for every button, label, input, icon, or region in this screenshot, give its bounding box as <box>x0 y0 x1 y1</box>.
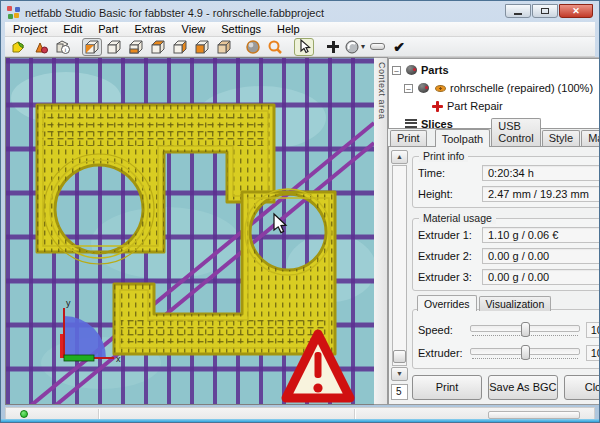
status-ready-icon <box>20 410 28 418</box>
view-cube-bottom-icon <box>194 39 210 55</box>
view-left-button[interactable] <box>126 38 146 56</box>
add-part-icon <box>327 41 339 53</box>
extruder-slider[interactable] <box>470 345 580 361</box>
tab-style[interactable]: Style <box>542 130 580 146</box>
speed-slider-thumb[interactable] <box>521 322 530 337</box>
app-window: netfabb Studio Basic for fabbster 4.9 - … <box>0 0 600 423</box>
scrollbar-track[interactable] <box>392 165 407 366</box>
extruder-value: 100% <box>586 345 600 361</box>
menu-help[interactable]: Help <box>269 23 308 35</box>
status-divider <box>98 409 99 419</box>
parts-group-icon <box>404 64 418 76</box>
print-info-group: Print info Time: 0:20:34 h Height: 2.47 … <box>412 156 600 208</box>
repair-cross-icon <box>430 100 444 112</box>
part-sphere-icon <box>416 82 430 94</box>
eye-icon[interactable] <box>433 82 447 94</box>
apply-button[interactable]: ✔ <box>389 38 409 56</box>
extruder1-value: 1.10 g / 0.06 € <box>482 227 600 243</box>
select-cursor-icon <box>297 39 311 54</box>
close-icon: ✕ <box>572 6 580 16</box>
tab-toolpath[interactable]: Toolpath <box>435 129 491 147</box>
context-area-label: Context area <box>374 58 387 120</box>
height-label: Height: <box>418 188 482 200</box>
view-cube-back-icon <box>106 39 122 55</box>
view-cube-left-icon <box>128 39 144 55</box>
minimize-icon <box>514 13 522 15</box>
right-panel: – Parts – rohrschelle (repaired) (100%) … <box>388 57 600 405</box>
panel-tabs: Print Toolpath USB Control Style Machine <box>388 129 600 146</box>
view-bottom-button[interactable] <box>192 38 212 56</box>
close-button[interactable]: ✕ <box>559 4 593 18</box>
view-cube-front-icon <box>84 39 100 55</box>
slice-time-button[interactable]: i <box>53 38 73 56</box>
add-part-button[interactable] <box>323 38 343 56</box>
svg-text:i: i <box>65 47 66 53</box>
parts-button[interactable] <box>31 38 51 56</box>
zoom-button[interactable] <box>265 38 285 56</box>
menu-bar: Project Edit Part Extras View Settings H… <box>5 22 595 37</box>
view-right-button[interactable] <box>148 38 168 56</box>
extruder2-label: Extruder 2: <box>418 250 482 262</box>
toolpath-scene: y x <box>6 58 374 404</box>
time-label: Time: <box>418 167 482 179</box>
overrides-panel: Overrides Visualization Speed: 100% <box>412 309 600 369</box>
tab-machine[interactable]: Machine <box>581 130 600 146</box>
menu-project[interactable]: Project <box>5 23 55 35</box>
extruder2-value: 0.00 g / 0.00 <box>482 248 600 264</box>
minimize-button[interactable] <box>505 4 531 18</box>
title-bar: netfabb Studio Basic for fabbster 4.9 - … <box>1 1 599 22</box>
tree-row-parts[interactable]: – Parts <box>389 61 600 79</box>
parts-icon <box>33 39 49 55</box>
slices-icon <box>404 118 418 129</box>
extruder3-label: Extruder 3: <box>418 271 482 283</box>
menu-edit[interactable]: Edit <box>55 23 90 35</box>
main-area: y x Context area – <box>5 57 595 405</box>
tab-overrides[interactable]: Overrides <box>417 295 477 311</box>
menu-part[interactable]: Part <box>90 23 126 35</box>
print-button[interactable]: Print <box>412 375 482 400</box>
extruder3-value: 0.00 g / 0.00 <box>482 269 600 285</box>
tab-print[interactable]: Print <box>390 130 427 146</box>
expander-icon[interactable]: – <box>392 66 401 75</box>
save-as-bgc-button[interactable]: Save As BGC <box>488 375 558 400</box>
expander-icon[interactable]: – <box>404 84 413 93</box>
view-cube-iso-icon <box>216 39 232 55</box>
tree-row-part-repair[interactable]: Part Repair ✔ ✕ <box>389 97 600 115</box>
repair-icon <box>345 39 360 54</box>
view-cube-top-icon <box>172 39 188 55</box>
layer-value-field[interactable]: 5 <box>391 384 408 400</box>
scroll-up-button[interactable]: ▲ <box>391 150 408 164</box>
repair-button[interactable]: ▾ <box>345 38 365 56</box>
scrollbar-thumb[interactable] <box>393 350 406 363</box>
maximize-button[interactable] <box>532 4 558 18</box>
tab-usb-control[interactable]: USB Control <box>491 118 540 146</box>
scroll-down-button[interactable]: ▼ <box>391 367 408 381</box>
tree-row-part-repaired[interactable]: – rohrschelle (repaired) (100%) ✕ <box>389 79 600 97</box>
view-iso-button[interactable] <box>214 38 234 56</box>
new-project-button[interactable] <box>9 38 29 56</box>
menu-extras[interactable]: Extras <box>126 23 173 35</box>
window-bottom-edge <box>1 419 599 422</box>
close-panel-button[interactable]: Close <box>564 375 600 400</box>
dropdown-caret-icon: ▾ <box>361 42 365 51</box>
tab-visualization[interactable]: Visualization <box>479 296 552 311</box>
extruder-slider-thumb[interactable] <box>521 345 530 360</box>
view-front-button[interactable] <box>82 38 102 56</box>
status-divider <box>354 409 355 419</box>
view-top-button[interactable] <box>170 38 190 56</box>
axis-y-label: y <box>66 298 71 308</box>
tool-bar: i ▾ ✔ <box>5 37 595 57</box>
context-area-strip[interactable]: Context area <box>374 57 388 405</box>
select-cursor-button[interactable] <box>294 38 314 56</box>
new-project-icon <box>11 39 27 55</box>
shading-button[interactable] <box>243 38 263 56</box>
view-back-button[interactable] <box>104 38 124 56</box>
menu-settings[interactable]: Settings <box>213 23 269 35</box>
menu-view[interactable]: View <box>174 23 214 35</box>
material-usage-title: Material usage <box>419 212 496 224</box>
platform-button[interactable] <box>367 38 387 56</box>
speed-slider[interactable] <box>470 322 580 338</box>
toolpath-tab-panel: ▲ ▼ 5 Print info Time: 0:20:34 h <box>388 146 600 405</box>
layer-scrollbar: ▲ ▼ 5 <box>391 150 408 400</box>
viewport-3d[interactable]: y x <box>5 57 374 405</box>
